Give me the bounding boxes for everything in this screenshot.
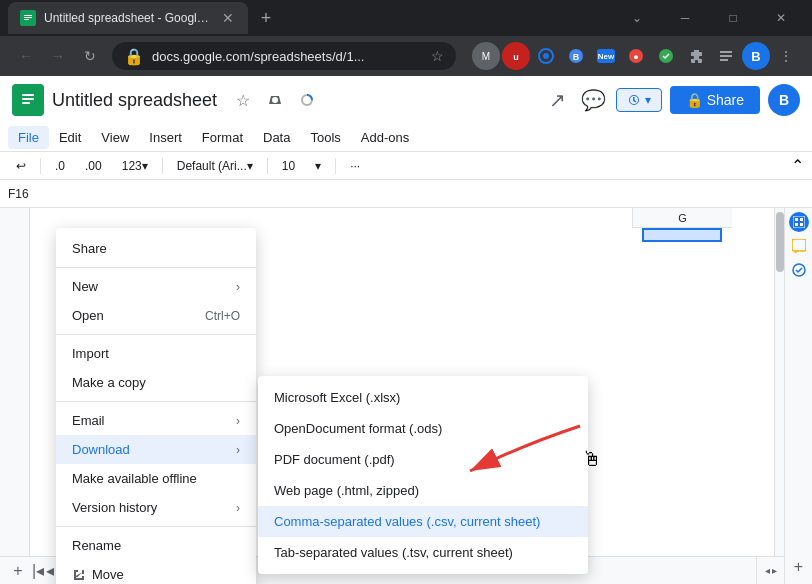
version-history-button[interactable]: ▾: [616, 88, 662, 112]
back-button[interactable]: ←: [12, 42, 40, 70]
star-button[interactable]: ☆: [229, 86, 257, 114]
menu-file[interactable]: File: [8, 126, 49, 149]
comment-button[interactable]: 💬: [580, 86, 608, 114]
email-menu-label: Email: [72, 413, 105, 428]
file-menu-rename[interactable]: Rename: [56, 531, 256, 560]
file-menu-email[interactable]: Email ›: [56, 406, 256, 435]
maximize-button[interactable]: □: [710, 2, 756, 34]
cell-reference: F16: [8, 187, 48, 201]
close-button[interactable]: ✕: [758, 2, 804, 34]
file-menu-download[interactable]: Download ›: [56, 435, 256, 464]
svg-rect-15: [22, 94, 34, 96]
lock-icon: 🔒: [124, 47, 144, 66]
format-number[interactable]: 123▾: [114, 157, 156, 175]
xlsx-label: Microsoft Excel (.xlsx): [274, 390, 400, 405]
add-sheet-button[interactable]: +: [8, 561, 28, 581]
file-menu-move[interactable]: Move: [56, 560, 256, 584]
window-controls: ⌄ ─ □ ✕: [614, 2, 804, 34]
download-menu-label: Download: [72, 442, 130, 457]
sheets-logo: [12, 84, 44, 116]
history-btn-arrow: ▾: [645, 93, 651, 107]
format-decimal-more[interactable]: .00: [77, 157, 110, 175]
download-ods[interactable]: OpenDocument format (.ods): [258, 413, 588, 444]
scrollbar-thumb[interactable]: [776, 212, 784, 272]
share-button[interactable]: 🔒 Share: [670, 86, 760, 114]
file-menu-new[interactable]: New ›: [56, 272, 256, 301]
refresh-button[interactable]: ↻: [76, 42, 104, 70]
trend-button[interactable]: ↗: [544, 86, 572, 114]
ext-icon-6[interactable]: [652, 42, 680, 70]
menu-edit[interactable]: Edit: [49, 126, 91, 149]
ext-icon-4[interactable]: B: [562, 42, 590, 70]
new-tab-button[interactable]: +: [252, 4, 280, 32]
undo-button[interactable]: ↩: [8, 157, 34, 175]
url-bar[interactable]: 🔒 docs.google.com/spreadsheets/d/1... ☆: [112, 42, 456, 70]
check-sidebar-btn[interactable]: [789, 260, 809, 280]
tab-close-button[interactable]: ✕: [220, 10, 236, 26]
ext-puzzle-icon[interactable]: [682, 42, 710, 70]
svg-rect-19: [795, 218, 798, 221]
sync-status-button[interactable]: [293, 86, 321, 114]
more-toolbar[interactable]: ···: [342, 157, 368, 175]
collapse-toolbar[interactable]: ⌃: [791, 156, 804, 175]
ext-icon-2[interactable]: u: [502, 42, 530, 70]
download-html[interactable]: Web page (.html, zipped): [258, 475, 588, 506]
download-csv[interactable]: Comma-separated values (.csv, current sh…: [258, 506, 588, 537]
ext-icon-1[interactable]: M: [472, 42, 500, 70]
menu-tools[interactable]: Tools: [300, 126, 350, 149]
move-to-drive-button[interactable]: [261, 86, 289, 114]
forward-button[interactable]: →: [44, 42, 72, 70]
font-family[interactable]: Default (Ari...▾: [169, 157, 261, 175]
scroll-left[interactable]: ◂: [765, 565, 770, 576]
ext-icon-5[interactable]: ●: [622, 42, 650, 70]
menu-view[interactable]: View: [91, 126, 139, 149]
comments-sidebar-btn[interactable]: [789, 236, 809, 256]
browser-user-avatar[interactable]: B: [742, 42, 770, 70]
file-menu-offline[interactable]: Make available offline: [56, 464, 256, 493]
user-avatar[interactable]: B: [768, 84, 800, 116]
sheet-nav-prev[interactable]: ◂: [46, 561, 54, 580]
active-tab[interactable]: Untitled spreadsheet - Google Sh ✕: [8, 2, 248, 34]
add-sidebar-btn[interactable]: +: [794, 558, 803, 576]
download-pdf[interactable]: PDF document (.pdf): [258, 444, 588, 475]
file-menu-copy[interactable]: Make a copy: [56, 368, 256, 397]
ext-icon-7[interactable]: [712, 42, 740, 70]
window-chevron[interactable]: ⌄: [614, 2, 660, 34]
minimize-button[interactable]: ─: [662, 2, 708, 34]
copy-menu-label: Make a copy: [72, 375, 146, 390]
menu-data[interactable]: Data: [253, 126, 300, 149]
file-menu-sep-2: [56, 334, 256, 335]
file-menu-open[interactable]: Open Ctrl+O: [56, 301, 256, 330]
vertical-scrollbar[interactable]: [774, 208, 784, 556]
scroll-arrows: ◂ ▸: [765, 565, 777, 576]
bookmark-icon[interactable]: ☆: [431, 48, 444, 64]
open-menu-label: Open: [72, 308, 104, 323]
menu-format[interactable]: Format: [192, 126, 253, 149]
font-size-down[interactable]: ▾: [307, 157, 329, 175]
toolbar-strip: ↩ .0 .00 123▾ Default (Ari...▾ 10 ▾ ··· …: [0, 151, 812, 179]
browser-menu-icon[interactable]: ⋮: [772, 42, 800, 70]
svg-rect-18: [793, 216, 805, 228]
font-size[interactable]: 10: [274, 157, 303, 175]
download-tsv[interactable]: Tab-separated values (.tsv, current shee…: [258, 537, 588, 568]
ext-new-badge[interactable]: New: [592, 42, 620, 70]
sheets-sidebar-btn[interactable]: [789, 212, 809, 232]
file-menu-share[interactable]: Share: [56, 234, 256, 263]
selected-cell[interactable]: [642, 228, 722, 242]
right-sidebar: +: [784, 208, 812, 584]
file-menu-version-history[interactable]: Version history ›: [56, 493, 256, 522]
file-menu-import[interactable]: Import: [56, 339, 256, 368]
lock-share-icon: 🔒: [686, 92, 703, 108]
tab-title: Untitled spreadsheet - Google Sh: [44, 11, 212, 25]
download-xlsx[interactable]: Microsoft Excel (.xlsx): [258, 382, 588, 413]
format-decimal-less[interactable]: .0: [47, 157, 73, 175]
ext-icon-3[interactable]: [532, 42, 560, 70]
menu-addons[interactable]: Add-ons: [351, 126, 419, 149]
sheet-nav-first[interactable]: |◂: [32, 561, 44, 580]
share-menu-label: Share: [72, 241, 107, 256]
url-icons: ☆: [431, 48, 444, 64]
share-label: Share: [707, 92, 744, 108]
url-text: docs.google.com/spreadsheets/d/1...: [152, 49, 364, 64]
menu-insert[interactable]: Insert: [139, 126, 192, 149]
scroll-right[interactable]: ▸: [772, 565, 777, 576]
